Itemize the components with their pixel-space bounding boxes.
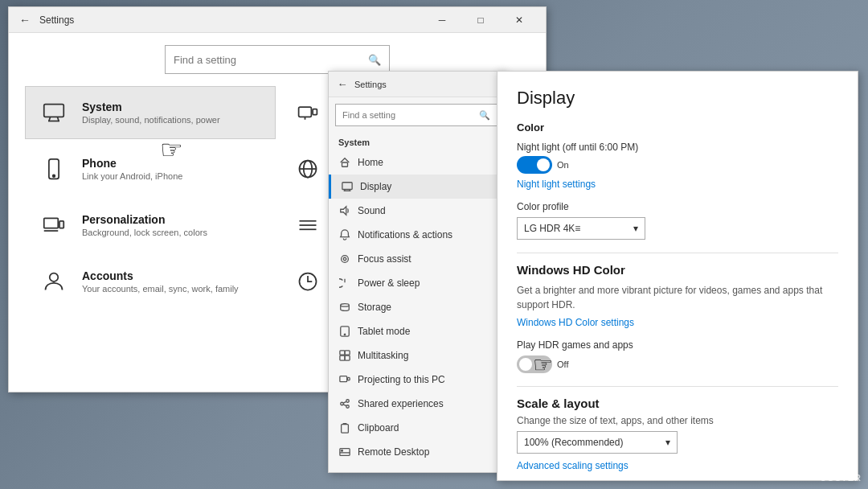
- nav-item-notifications[interactable]: Notifications & actions: [329, 223, 504, 247]
- time-icon: [292, 265, 324, 298]
- phone-item-text: Phone Link your Android, iPhone: [82, 157, 182, 181]
- nav-tablet-label: Tablet mode: [358, 326, 410, 337]
- hdr-title: Windows HD Color: [517, 263, 838, 277]
- display-icon: [341, 180, 354, 193]
- svg-rect-4: [299, 107, 312, 117]
- chevron-down-icon: ▾: [633, 223, 638, 234]
- svg-rect-34: [345, 355, 350, 360]
- display-settings-panel: Display Color Night light (off until 6:0…: [497, 71, 858, 481]
- section-divider-1: [517, 253, 838, 253]
- storage-icon: [338, 301, 351, 314]
- hdr-settings-link[interactable]: Windows HD Color settings: [517, 317, 838, 328]
- network-icon: [292, 153, 324, 185]
- svg-rect-36: [348, 377, 350, 380]
- nav-display-label: Display: [360, 181, 391, 192]
- nav-item-power[interactable]: Power & sleep: [329, 271, 504, 295]
- main-titlebar: ← Settings ─ □ ✕: [9, 7, 546, 33]
- system-panel-titlebar: ← Settings: [329, 72, 504, 97]
- svg-point-39: [341, 402, 344, 405]
- svg-point-26: [342, 256, 349, 263]
- devices-icon: [292, 97, 324, 129]
- close-button[interactable]: ✕: [501, 7, 538, 33]
- svg-point-30: [344, 334, 345, 335]
- nav-item-storage[interactable]: Storage: [329, 295, 504, 319]
- scale-value: 100% (Recommended): [524, 437, 623, 448]
- svg-point-8: [53, 175, 55, 177]
- remote-icon: [338, 446, 351, 458]
- night-light-settings-link[interactable]: Night light settings: [517, 179, 838, 190]
- personalization-desc: Background, lock screen, colors: [82, 228, 207, 237]
- play-hdr-state: Off: [557, 360, 568, 369]
- nav-item-clipboard[interactable]: Clipboard: [329, 416, 504, 440]
- projecting-icon: [338, 373, 351, 386]
- system-panel-search-area: 🔍: [329, 97, 504, 133]
- play-hdr-toggle[interactable]: [517, 355, 552, 373]
- accounts-desc: Your accounts, email, sync, work, family: [82, 284, 239, 294]
- svg-line-42: [343, 405, 346, 406]
- settings-item-system[interactable]: System Display, sound, notifications, po…: [25, 86, 276, 139]
- color-section-label: Color: [517, 121, 838, 134]
- scale-dropdown[interactable]: 100% (Recommended) ▾: [517, 431, 678, 454]
- svg-rect-21: [342, 183, 352, 190]
- nav-item-home[interactable]: Home: [329, 150, 504, 175]
- system-desc: Display, sound, notifications, power: [82, 115, 220, 125]
- night-light-label: Night light (off until 6:00 PM): [517, 142, 638, 153]
- phone-icon: [38, 153, 70, 185]
- settings-item-phone[interactable]: Phone Link your Android, iPhone: [25, 142, 276, 195]
- advanced-scaling-link[interactable]: Advanced scaling settings: [517, 460, 838, 471]
- nav-item-projecting[interactable]: Projecting to this PC: [329, 368, 504, 392]
- nav-item-focus[interactable]: Focus assist: [329, 247, 504, 271]
- svg-rect-31: [340, 351, 345, 355]
- settings-item-personalization[interactable]: Personalization Background, lock screen,…: [25, 199, 276, 252]
- nav-home-label: Home: [358, 157, 383, 168]
- nav-item-multitasking[interactable]: Multitasking: [329, 343, 504, 368]
- clipboard-icon: [338, 421, 351, 434]
- nav-item-shared[interactable]: Shared experiences: [329, 392, 504, 416]
- main-window-title: Settings: [39, 14, 424, 26]
- minimize-button[interactable]: ─: [424, 7, 461, 33]
- color-profile-value: LG HDR 4K≡: [524, 223, 580, 234]
- night-light-row: Night light (off until 6:00 PM): [517, 142, 838, 153]
- night-light-toggle[interactable]: [517, 156, 552, 174]
- system-panel-search-wrap[interactable]: 🔍: [335, 104, 497, 126]
- shared-icon: [338, 397, 351, 410]
- accounts-label: Accounts: [82, 269, 239, 282]
- svg-rect-20: [342, 162, 348, 166]
- accounts-icon: [38, 265, 70, 298]
- nav-remote-label: Remote Desktop: [358, 446, 429, 458]
- settings-item-accounts[interactable]: Accounts Your accounts, email, sync, wor…: [25, 255, 276, 308]
- apps-icon: [292, 209, 324, 241]
- svg-rect-12: [44, 218, 59, 228]
- personalization-item-text: Personalization Background, lock screen,…: [82, 213, 207, 237]
- main-window-controls: ─ □ ✕: [424, 7, 538, 33]
- night-light-state: On: [557, 160, 569, 170]
- play-hdr-label: Play HDR games and apps: [517, 339, 838, 351]
- nav-storage-label: Storage: [358, 302, 391, 313]
- svg-rect-5: [313, 109, 317, 115]
- system-panel-search-input[interactable]: [342, 110, 479, 120]
- svg-point-46: [342, 450, 343, 451]
- color-profile-dropdown[interactable]: LG HDR 4K≡ ▾: [517, 217, 645, 240]
- system-panel-title: Settings: [354, 80, 387, 89]
- svg-line-41: [343, 401, 346, 403]
- nav-item-sound[interactable]: Sound: [329, 199, 504, 223]
- nav-item-display[interactable]: Display: [329, 175, 504, 199]
- nav-projecting-label: Projecting to this PC: [358, 374, 445, 385]
- nav-item-tablet[interactable]: Tablet mode: [329, 319, 504, 343]
- svg-rect-35: [340, 376, 347, 382]
- svg-point-40: [346, 405, 350, 409]
- monitor-icon: [38, 97, 70, 129]
- search-input-wrap[interactable]: 🔍: [165, 45, 390, 74]
- nav-focus-label: Focus assist: [358, 253, 411, 265]
- svg-rect-33: [340, 355, 345, 360]
- search-input[interactable]: [174, 54, 368, 66]
- svg-rect-43: [342, 425, 349, 434]
- system-panel-back-button[interactable]: ←: [335, 77, 350, 92]
- accounts-item-text: Accounts Your accounts, email, sync, wor…: [82, 269, 239, 294]
- maximize-button[interactable]: □: [462, 7, 499, 33]
- main-back-button[interactable]: ←: [17, 12, 33, 28]
- svg-point-27: [343, 257, 346, 261]
- nav-item-remote[interactable]: Remote Desktop: [329, 440, 504, 464]
- nav-clipboard-label: Clipboard: [358, 422, 399, 434]
- play-hdr-toggle-row: Off ☞: [517, 355, 838, 373]
